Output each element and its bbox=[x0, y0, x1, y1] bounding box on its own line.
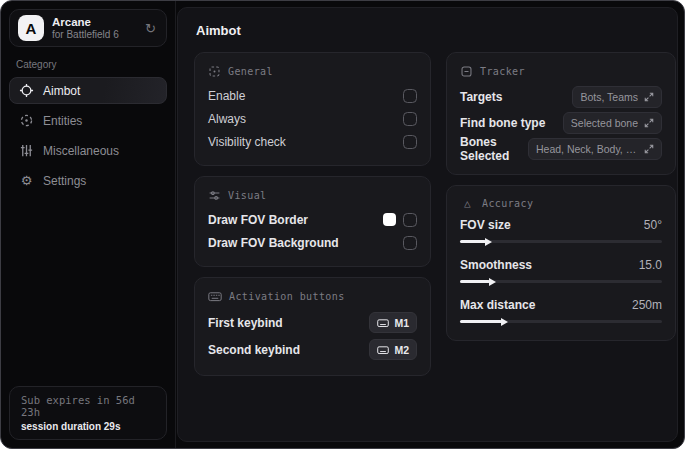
accuracy-card: △ Accuracy FOV size 50° bbox=[446, 185, 676, 341]
visual-card: Visual Draw FOV Border Draw FOV Backgrou… bbox=[194, 176, 431, 267]
expand-icon bbox=[644, 144, 654, 154]
app-title: Arcane bbox=[52, 16, 135, 29]
fov-size-slider[interactable] bbox=[460, 237, 662, 246]
setting-row-max-distance: Max distance 250m bbox=[460, 295, 662, 326]
card-title: Activation buttons bbox=[229, 291, 345, 302]
card-title: General bbox=[228, 66, 273, 77]
crosshair-icon bbox=[19, 83, 34, 98]
app-window: A Arcane for Battlefield 6 ↻ Category Ai… bbox=[0, 0, 685, 449]
slider-thumb[interactable] bbox=[501, 318, 508, 326]
minus-square-icon bbox=[460, 65, 473, 78]
fov-border-checkbox[interactable] bbox=[403, 213, 417, 227]
sidebar-item-entities[interactable]: Entities bbox=[9, 107, 167, 134]
max-distance-value: 250m bbox=[632, 298, 662, 312]
card-title: Tracker bbox=[480, 66, 525, 77]
setting-row-find-bone-type: Find bone type Selected bone bbox=[460, 110, 662, 136]
visibility-check-checkbox[interactable] bbox=[403, 135, 417, 149]
sidebar-item-label: Aimbot bbox=[43, 84, 80, 98]
setting-row-enable: Enable bbox=[208, 84, 417, 107]
entities-icon bbox=[19, 113, 34, 128]
keyboard-icon bbox=[208, 290, 222, 303]
sidebar-item-label: Entities bbox=[43, 114, 82, 128]
keyboard-icon bbox=[377, 345, 389, 355]
main-panel: Aimbot General Enable bbox=[177, 7, 678, 442]
setting-row-bones-selected: Bones Selected Head, Neck, Body, Pe... bbox=[460, 136, 662, 162]
fov-background-checkbox[interactable] bbox=[403, 236, 417, 250]
sidebar-item-settings[interactable]: ⚙ Settings bbox=[9, 167, 167, 194]
setting-row-targets: Targets Bots, Teams bbox=[460, 84, 662, 110]
sidebar: A Arcane for Battlefield 6 ↻ Category Ai… bbox=[1, 1, 176, 448]
setting-row-first-keybind: First keybind M1 bbox=[208, 309, 417, 336]
refresh-icon[interactable]: ↻ bbox=[143, 22, 158, 35]
fov-size-value: 50° bbox=[644, 218, 662, 232]
sliders-icon bbox=[19, 143, 34, 158]
tune-icon bbox=[208, 189, 221, 202]
always-checkbox[interactable] bbox=[403, 112, 417, 126]
sidebar-item-label: Miscellaneous bbox=[43, 144, 119, 158]
first-keybind-button[interactable]: M1 bbox=[369, 312, 417, 333]
app-subtitle: for Battlefield 6 bbox=[52, 29, 135, 41]
brand-card: A Arcane for Battlefield 6 ↻ bbox=[9, 9, 167, 47]
subscription-card: Sub expires in 56d 23h session duration … bbox=[9, 386, 167, 440]
scan-icon bbox=[208, 65, 221, 78]
gear-icon: ⚙ bbox=[19, 174, 34, 187]
category-label: Category bbox=[16, 59, 167, 70]
sub-expiry-text: Sub expires in 56d 23h bbox=[21, 394, 155, 418]
triangle-icon: △ bbox=[460, 198, 475, 209]
setting-row-smoothness: Smoothness 15.0 bbox=[460, 255, 662, 286]
setting-row-fov-size: FOV size 50° bbox=[460, 215, 662, 246]
targets-dropdown[interactable]: Bots, Teams bbox=[572, 86, 662, 108]
smoothness-slider[interactable] bbox=[460, 277, 662, 286]
sidebar-item-label: Settings bbox=[43, 174, 86, 188]
tracker-card: Tracker Targets Bots, Teams bbox=[446, 52, 676, 175]
bones-selected-dropdown[interactable]: Head, Neck, Body, Pe... bbox=[528, 138, 662, 160]
setting-row-always: Always bbox=[208, 107, 417, 130]
app-logo: A bbox=[18, 15, 44, 41]
card-title: Visual bbox=[228, 190, 267, 201]
find-bone-type-dropdown[interactable]: Selected bone bbox=[563, 112, 662, 134]
max-distance-slider[interactable] bbox=[460, 317, 662, 326]
sidebar-item-miscellaneous[interactable]: Miscellaneous bbox=[9, 137, 167, 164]
sidebar-item-aimbot[interactable]: Aimbot bbox=[9, 77, 167, 104]
session-duration-text: session duration 29s bbox=[21, 421, 155, 432]
page-title: Aimbot bbox=[196, 23, 661, 38]
keyboard-icon bbox=[377, 318, 389, 328]
expand-icon bbox=[644, 92, 654, 102]
setting-row-visibility-check: Visibility check bbox=[208, 130, 417, 153]
slider-thumb[interactable] bbox=[489, 278, 496, 286]
setting-row-second-keybind: Second keybind M2 bbox=[208, 336, 417, 363]
setting-row-fov-border: Draw FOV Border bbox=[208, 208, 417, 231]
second-keybind-button[interactable]: M2 bbox=[369, 339, 417, 360]
sidebar-nav: Aimbot Entities Miscellaneous bbox=[9, 77, 167, 194]
card-title: Accuracy bbox=[482, 198, 533, 209]
general-card: General Enable Always Visibility check bbox=[194, 52, 431, 166]
expand-icon bbox=[644, 118, 654, 128]
setting-row-fov-background: Draw FOV Background bbox=[208, 231, 417, 254]
slider-thumb[interactable] bbox=[485, 238, 492, 246]
enable-checkbox[interactable] bbox=[403, 89, 417, 103]
fov-border-color-swatch[interactable] bbox=[383, 213, 396, 226]
smoothness-value: 15.0 bbox=[639, 258, 662, 272]
activation-card: Activation buttons First keybind M1 bbox=[194, 277, 431, 376]
